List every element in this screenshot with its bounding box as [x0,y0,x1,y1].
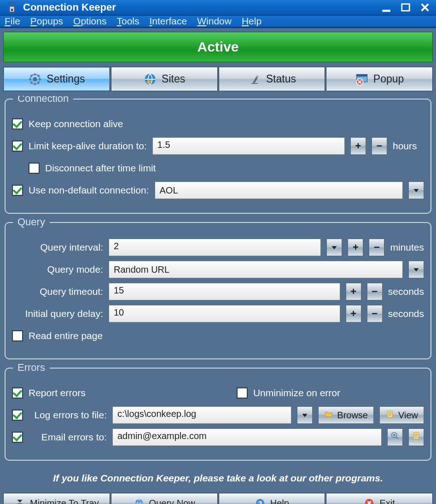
query-mode-select[interactable]: Random URL [109,261,403,278]
read-entire-page-checkbox[interactable] [12,330,23,341]
svg-rect-2 [383,10,390,12]
tab-settings[interactable]: Settings [3,67,110,91]
query-interval-input[interactable]: 2 [109,239,321,256]
svg-rect-9 [356,74,367,76]
tabstrip: Settings Sites Status Popup [3,67,433,91]
initial-delay-plus[interactable]: + [346,305,361,322]
scroll-icon [385,410,395,421]
browse-button[interactable]: Browse [318,406,374,424]
client-area: Active Settings Sites Status Popup [0,28,436,504]
scroll-icon [412,431,421,443]
query-interval-dropdown[interactable] [326,239,342,256]
tab-label: Status [266,73,296,85]
query-interval-unit: minutes [390,242,424,253]
query-mode-dropdown[interactable] [408,261,424,278]
limit-duration-plus[interactable]: + [350,137,366,155]
button-label: Minimize To Tray [30,498,99,504]
svg-rect-1 [11,9,13,11]
query-timeout-label: Query timeout: [12,286,103,297]
query-timeout-input[interactable]: 15 [109,283,340,300]
email-errors-label: Email errors to: [29,432,107,443]
disconnect-after-limit-checkbox[interactable] [29,163,40,174]
popup-blocker-icon [355,72,369,86]
log-errors-label: Log errors to file: [29,410,107,421]
initial-delay-input[interactable]: 10 [109,305,340,322]
close-window-button[interactable] [419,1,431,14]
limit-duration-checkbox[interactable] [12,141,23,152]
limit-duration-input[interactable]: 1.5 [152,137,345,155]
log-file-input[interactable]: c:\logs\conkeep.log [112,406,291,424]
query-timeout-minus[interactable]: − [367,283,383,300]
tab-sites[interactable]: Sites [111,67,218,91]
query-mode-label: Query mode: [12,264,103,275]
email-log-button[interactable] [408,428,424,446]
limit-duration-minus[interactable]: − [372,137,387,155]
view-button[interactable]: View [379,406,424,424]
disconnect-after-limit-label: Disconnect after time limit [45,163,156,174]
read-entire-page-label: Read entire page [29,330,103,341]
query-interval-plus[interactable]: + [348,239,363,256]
status-banner-text: Active [197,39,238,55]
tab-popup[interactable]: Popup [326,67,433,91]
group-legend: Errors [13,362,50,374]
query-interval-minus[interactable]: − [369,239,384,256]
group-errors: Errors Report errors Unminimize on error… [5,368,431,461]
gear-icon [28,72,42,86]
menu-tools[interactable]: Tools [116,16,139,27]
email-errors-checkbox[interactable] [12,432,23,443]
gear-magnify-icon [390,431,400,443]
group-connection: Connection Keep connection alive Limit k… [5,99,431,214]
keep-alive-label: Keep connection alive [29,118,123,129]
view-label: View [398,410,418,421]
button-label: Query Now [149,498,195,504]
minimize-to-tray-button[interactable]: Minimize To Tray [3,493,110,504]
microscope-icon [248,72,262,86]
menu-help[interactable]: Help [242,16,262,27]
group-legend: Query [13,216,50,228]
log-errors-checkbox[interactable] [12,410,23,421]
maximize-window-button[interactable] [399,1,412,14]
help-button[interactable]: ? Help [219,493,326,504]
browse-label: Browse [337,410,368,421]
button-label: Exit [379,498,395,504]
menu-window[interactable]: Window [197,16,232,27]
unminimize-on-error-label: Unminimize on error [253,387,340,399]
bottom-toolbar: Minimize To Tray Query Now ? Help Exit [3,493,433,504]
menu-file[interactable]: File [5,16,20,27]
tray-icon [14,498,25,504]
tab-label: Sites [162,73,185,85]
email-settings-button[interactable] [387,428,403,446]
exit-button[interactable]: Exit [326,493,433,504]
button-label: Help [270,498,289,504]
svg-point-5 [33,77,37,81]
footer-promo-text[interactable]: If you like Connection Keeper, please ta… [5,473,431,484]
app-icon [5,0,19,15]
folder-icon [324,410,333,421]
settings-panel: Connection Keep connection alive Limit k… [3,96,433,504]
menu-interface[interactable]: Interface [150,16,187,27]
svg-point-13 [393,434,395,436]
log-file-dropdown[interactable] [297,406,313,424]
menubar: File Popups Options Tools Interface Wind… [0,16,436,28]
initial-delay-minus[interactable]: − [367,305,383,322]
keep-alive-checkbox[interactable] [12,118,23,129]
tab-status[interactable]: Status [219,67,326,91]
tab-label: Settings [47,73,85,85]
minimize-window-button[interactable] [380,1,393,14]
non-default-connection-checkbox[interactable] [12,185,23,196]
non-default-connection-label: Use non-default connection: [29,185,149,196]
menu-popups[interactable]: Popups [30,16,63,27]
report-errors-checkbox[interactable] [12,387,23,399]
menu-options[interactable]: Options [73,16,106,27]
query-now-button[interactable]: Query Now [111,493,218,504]
limit-duration-unit: hours [393,141,424,152]
query-timeout-unit: seconds [388,286,424,297]
email-errors-input[interactable]: admin@example.com [112,428,382,446]
non-default-connection-dropdown[interactable] [408,182,424,199]
query-timeout-plus[interactable]: + [346,283,361,300]
app-window: Connection Keeper File Popups Options To… [0,0,436,504]
non-default-connection-select[interactable]: AOL [155,182,403,199]
help-icon: ? [255,498,266,504]
svg-point-7 [256,75,258,77]
unminimize-on-error-checkbox[interactable] [237,387,248,399]
